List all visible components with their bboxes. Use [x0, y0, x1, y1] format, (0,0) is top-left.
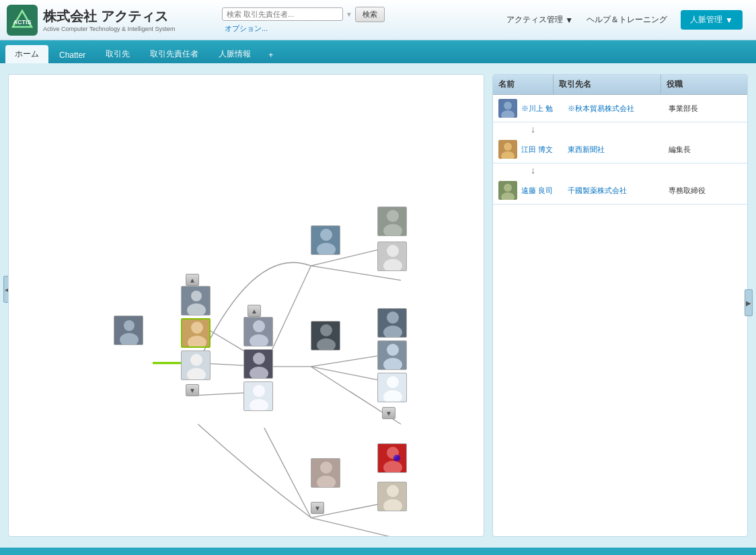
header-nav: アクティス管理 ▼ ヘルプ＆トレーニング 人脈管理 ▼: [506, 10, 749, 30]
person-node-4[interactable]: [181, 350, 211, 380]
tab-torihikisaki[interactable]: 取引先: [96, 45, 139, 63]
avatar-3: [498, 181, 517, 200]
th-role: 役職: [661, 75, 742, 94]
row-1-company[interactable]: ※秋本貿易株式会社: [568, 104, 669, 114]
person-node-13[interactable]: [377, 308, 407, 338]
down-arrow-2[interactable]: ▼: [382, 407, 395, 419]
person-node-2[interactable]: [181, 286, 211, 316]
row-3-role: 専務取締役: [669, 186, 742, 196]
th-name: 名前: [493, 75, 554, 94]
svg-point-21: [191, 291, 202, 301]
svg-point-76: [504, 184, 512, 192]
svg-point-51: [387, 245, 399, 257]
svg-point-67: [387, 485, 399, 497]
svg-point-65: [393, 455, 400, 461]
row-3-name[interactable]: 遠藤 良司: [521, 186, 568, 196]
nav-tabs: ホーム Chatter 取引先 取引先責任者 人脈情報 +: [0, 40, 756, 63]
row-1-role: 事業部長: [669, 104, 742, 114]
network-panel: ▲ ▼ ▲: [8, 74, 484, 537]
search-area: ▼ 検索 オプション...: [222, 7, 410, 34]
person-node-8[interactable]: [311, 225, 340, 255]
svg-point-36: [253, 385, 265, 397]
row-1-name[interactable]: ※川上 勉: [521, 104, 568, 114]
th-company: 取引先名: [554, 75, 661, 94]
tab-jinmyaku[interactable]: 人脈情報: [209, 45, 260, 63]
svg-text:ACTIS: ACTIS: [13, 19, 32, 26]
logo-icon: ACTIS: [7, 5, 38, 36]
header: ACTIS 株式会社 アクティス Active Computer Technol…: [0, 0, 756, 40]
svg-point-42: [320, 324, 332, 336]
table-row-3: 遠藤 良司 千國製薬株式会社 専務取締役: [493, 177, 747, 205]
table-header: 名前 取引先名 役職: [493, 75, 747, 95]
jinmyaku-dropdown-icon: ▼: [725, 15, 733, 25]
options-link[interactable]: オプション...: [225, 24, 410, 34]
actis-manage-dropdown-icon: ▼: [565, 15, 573, 25]
tab-chatter[interactable]: Chatter: [50, 47, 95, 63]
row-2-role: 編集長: [669, 145, 742, 155]
arrow-down-1: ↓: [521, 124, 535, 135]
search-button[interactable]: 検索: [355, 7, 385, 22]
search-input[interactable]: [222, 7, 343, 21]
person-node-14[interactable]: [377, 340, 407, 370]
person-node-17[interactable]: [377, 482, 407, 511]
svg-point-27: [190, 354, 202, 366]
arrow-down-2: ↓: [521, 165, 535, 176]
footer: Copyright © 2000-2011 salesforce.com, In…: [0, 548, 756, 555]
svg-point-73: [504, 143, 512, 151]
svg-point-48: [387, 210, 399, 222]
company-tagline: Active Computer Technology & Intelligent…: [43, 26, 175, 32]
row-2-company[interactable]: 東西新聞社: [568, 145, 669, 155]
tab-torihikisaki-sekinin[interactable]: 取引先責任者: [141, 45, 208, 63]
svg-point-24: [191, 322, 203, 334]
svg-point-54: [387, 311, 399, 324]
avatar-1: [498, 99, 517, 118]
svg-line-13: [311, 518, 401, 536]
svg-point-18: [124, 320, 135, 331]
logo-area: ACTIS 株式会社 アクティス Active Computer Technol…: [7, 5, 222, 36]
person-node-5[interactable]: [243, 317, 273, 346]
svg-point-70: [504, 102, 512, 110]
row-2-name[interactable]: 江田 博文: [521, 145, 568, 155]
network-svg: [9, 75, 484, 536]
tab-plus[interactable]: +: [262, 47, 280, 63]
logo-text: 株式会社 アクティス Active Computer Technology & …: [43, 7, 175, 32]
table-row-2: 江田 博文 東西新聞社 編集長: [493, 136, 747, 163]
help-training-nav[interactable]: ヘルプ＆トレーニング: [587, 14, 667, 26]
down-arrow-3[interactable]: ▼: [311, 502, 324, 514]
person-node-3[interactable]: [181, 318, 211, 348]
jinmyaku-button[interactable]: 人脈管理 ▼: [681, 10, 743, 30]
svg-point-57: [387, 344, 399, 356]
person-node-15[interactable]: [377, 373, 407, 402]
person-node-1[interactable]: [114, 316, 143, 345]
down-arrow-1[interactable]: ▼: [186, 384, 199, 396]
up-arrow-1[interactable]: ▲: [186, 274, 199, 286]
main-content: ◀: [0, 63, 756, 548]
row-3-company[interactable]: 千國製薬株式会社: [568, 186, 669, 196]
person-node-12[interactable]: [377, 242, 407, 271]
person-node-9[interactable]: [311, 321, 340, 350]
person-node-6[interactable]: [243, 349, 273, 379]
person-node-11[interactable]: [377, 207, 407, 236]
right-scroll[interactable]: ▶: [745, 289, 753, 316]
company-name: 株式会社 アクティス: [43, 7, 175, 26]
table-row-1: ※川上 勉 ※秋本貿易株式会社 事業部長: [493, 95, 747, 122]
arrow-row-1: ↓: [493, 122, 747, 136]
person-node-10[interactable]: [311, 458, 340, 488]
up-arrow-2[interactable]: ▲: [248, 305, 261, 317]
svg-point-45: [320, 461, 332, 474]
avatar-2: [498, 140, 517, 159]
tab-home[interactable]: ホーム: [5, 45, 48, 63]
svg-point-33: [253, 353, 265, 365]
side-panel: 名前 取引先名 役職 ※川上 勉 ※秋本貿易株式会社 事業部長 ↓: [492, 74, 748, 537]
svg-point-60: [387, 376, 399, 388]
svg-point-30: [253, 320, 265, 332]
svg-line-16: [264, 428, 311, 518]
svg-point-39: [320, 229, 332, 241]
person-node-16[interactable]: [377, 443, 407, 473]
actis-manage-nav[interactable]: アクティス管理 ▼: [506, 14, 573, 26]
arrow-row-2: ↓: [493, 163, 747, 177]
person-node-7[interactable]: [243, 381, 273, 411]
